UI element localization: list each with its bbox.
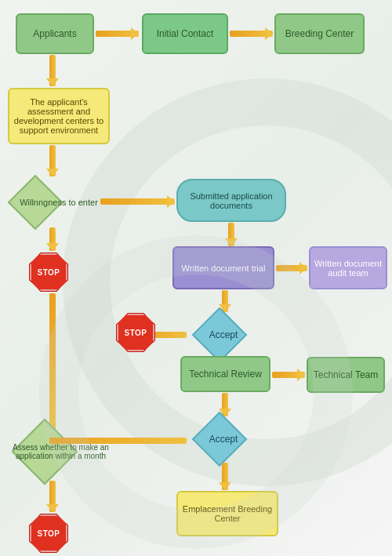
arrow-applicants-contact [96, 31, 139, 37]
flowchart-container: Applicants Initial Contact Breeding Cent… [0, 0, 392, 556]
assess-diamond: Assess whether to make an application wi… [8, 423, 114, 480]
accept1-diamond: Accept [188, 312, 259, 358]
horizontal-connector-mid [49, 438, 187, 444]
stop-sign-3: STOP [29, 514, 68, 553]
applicants-box: Applicants [16, 13, 94, 54]
technical-team-box: Technical Team [307, 357, 385, 393]
assessment-box: The applicant's assessment and developme… [8, 88, 110, 144]
arrow-trial-audit [276, 265, 307, 271]
vertical-connector-left [49, 293, 56, 434]
arrow-down-tech [222, 393, 228, 416]
arrow-willing-docs [100, 198, 175, 205]
accept2-diamond: Accept [188, 416, 259, 462]
arrow-review-team [272, 372, 305, 378]
breeding-center-box: Breeding Center [274, 13, 365, 54]
written-audit-box: Written document audit team [309, 246, 387, 289]
written-trial-box: Written document trial [172, 246, 274, 289]
arrow-down2 [49, 145, 56, 176]
arrow-down-assess [49, 481, 56, 512]
willingness-diamond: Willnngness to enter [8, 179, 102, 226]
arrow-down1 [49, 55, 56, 86]
initial-contact-box: Initial Contact [142, 13, 228, 54]
submitted-docs-box: Submitted application documents [176, 179, 286, 222]
technical-review-box: Technical Review [180, 356, 270, 392]
emplacement-box: Emplacement Breeding Center [176, 491, 278, 536]
stop-sign-1: STOP [29, 253, 68, 292]
arrow-down-written [222, 290, 228, 312]
stop-sign-2: STOP [116, 313, 155, 352]
arrow-down-docs [228, 223, 234, 246]
arrow-contact-breeding [230, 31, 273, 37]
arrow-down-stop1 [49, 227, 56, 251]
arrow-down-accept2 [222, 463, 228, 490]
